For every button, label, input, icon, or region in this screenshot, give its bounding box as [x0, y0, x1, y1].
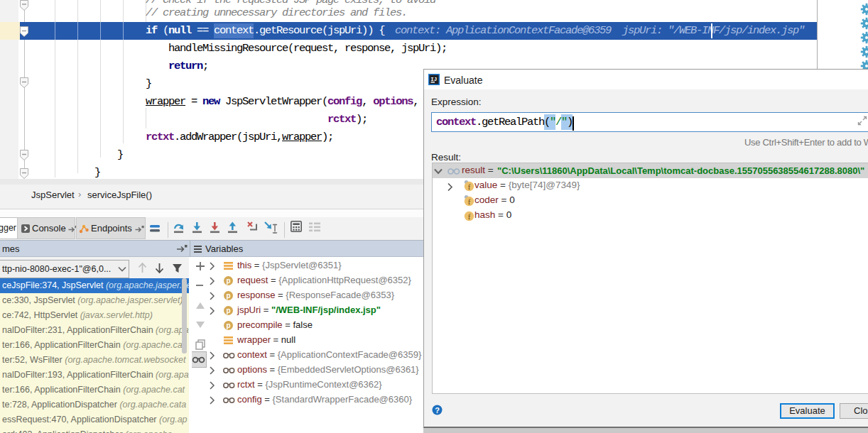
- svg-text:f: f: [468, 212, 471, 221]
- svg-text:f: f: [468, 182, 471, 191]
- svg-text:?: ?: [435, 406, 440, 415]
- svg-text:f: f: [468, 197, 471, 206]
- svg-text:p: p: [226, 292, 230, 300]
- svg-text:p: p: [226, 307, 230, 314]
- svg-text:IJ: IJ: [430, 77, 437, 82]
- svg-text:p: p: [226, 277, 230, 285]
- svg-text:p: p: [226, 322, 230, 329]
